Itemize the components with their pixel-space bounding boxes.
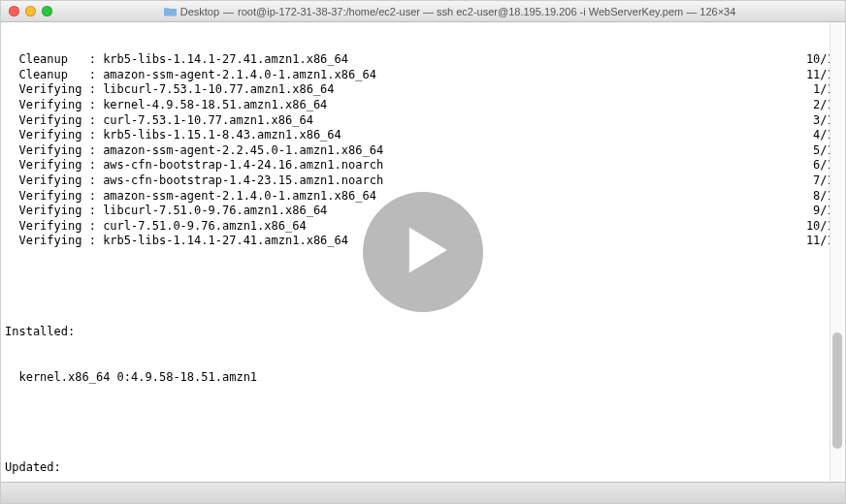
vertical-scrollbar[interactable] [830,22,844,482]
window-controls [9,6,52,16]
close-icon[interactable] [9,6,19,16]
yum-row: Cleanup : amazon-ssm-agent-2.1.4.0-1.amz… [5,68,841,83]
yum-row-left: Verifying : libcurl-7.53.1-10.77.amzn1.x… [5,82,335,98]
installed-line: kernel.x86_64 0:4.9.58-18.51.amzn1 [5,370,841,386]
play-icon [394,225,452,279]
yum-row-left: Verifying : aws-cfn-bootstrap-1.4-23.15.… [5,173,383,189]
yum-row-left: Verifying : krb5-libs-1.15.1-8.43.amzn1.… [5,128,342,143]
yum-row-left: Verifying : amazon-ssm-agent-2.1.4.0-1.a… [5,189,376,205]
play-button[interactable] [363,192,483,312]
terminal-window: Desktop — root@ip-172-31-38-37:/home/ec2… [0,0,846,504]
window-title: root@ip-172-31-38-37:/home/ec2-user — ss… [238,6,735,17]
titlebar[interactable]: Desktop — root@ip-172-31-38-37:/home/ec2… [1,1,845,22]
title-separator: — [223,6,234,17]
yum-row: Verifying : libcurl-7.53.1-10.77.amzn1.x… [5,82,841,98]
yum-row-left: Verifying : krb5-libs-1.14.1-27.41.amzn1… [5,234,348,249]
yum-row: Verifying : kernel-4.9.58-18.51.amzn1.x8… [5,98,841,113]
blank-line [5,415,841,430]
yum-row-left: Cleanup : krb5-libs-1.14.1-27.41.amzn1.x… [5,52,348,68]
minimize-icon[interactable] [25,6,36,16]
zoom-icon[interactable] [42,6,52,16]
scrollbar-thumb[interactable] [832,332,842,449]
yum-row-left: Verifying : aws-cfn-bootstrap-1.4-24.16.… [5,158,383,173]
title-wrap: Desktop — root@ip-172-31-38-37:/home/ec2… [62,6,837,17]
folder-icon [164,6,177,16]
yum-row: Cleanup : krb5-libs-1.14.1-27.41.amzn1.x… [5,52,841,68]
updated-heading: Updated: [5,460,841,476]
yum-row-left: Verifying : libcurl-7.51.0-9.76.amzn1.x8… [5,204,327,219]
yum-row: Verifying : curl-7.53.1-10.77.amzn1.x86_… [5,113,841,129]
yum-row-left: Verifying : amazon-ssm-agent-2.2.45.0-1.… [5,143,383,159]
installed-heading: Installed: [5,325,841,340]
yum-row: Verifying : aws-cfn-bootstrap-1.4-23.15.… [5,173,841,189]
title-folder-label: Desktop [180,6,219,17]
yum-row: Verifying : amazon-ssm-agent-2.2.45.0-1.… [5,143,841,159]
yum-row: Verifying : krb5-libs-1.15.1-8.43.amzn1.… [5,128,841,143]
yum-row: Verifying : aws-cfn-bootstrap-1.4-24.16.… [5,158,841,173]
yum-row-left: Verifying : curl-7.53.1-10.77.amzn1.x86_… [5,113,313,129]
window-bottom-chrome [1,482,845,503]
yum-row-left: Cleanup : amazon-ssm-agent-2.1.4.0-1.amz… [5,68,376,83]
yum-row-left: Verifying : curl-7.51.0-9.76.amzn1.x86_6… [5,219,307,235]
yum-row-left: Verifying : kernel-4.9.58-18.51.amzn1.x8… [5,98,327,113]
